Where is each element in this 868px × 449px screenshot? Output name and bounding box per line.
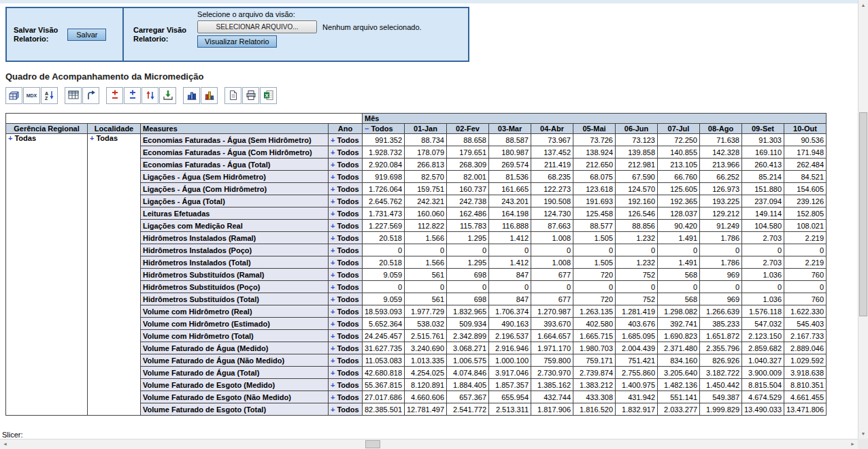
value-cell: 751.421 bbox=[616, 354, 658, 367]
value-cell: 90.420 bbox=[658, 220, 700, 232]
month-member-header-todos[interactable]: −Todos bbox=[363, 124, 405, 134]
expand-icon[interactable]: + bbox=[331, 259, 335, 267]
expand-icon[interactable]: + bbox=[331, 356, 335, 365]
value-cell: 655.954 bbox=[489, 391, 531, 403]
value-cell: 3.918.638 bbox=[784, 367, 827, 379]
expand-icon[interactable]: + bbox=[331, 185, 335, 193]
export-excel-button[interactable]: X bbox=[260, 87, 277, 104]
ano-member-cell[interactable]: +Todos bbox=[329, 171, 363, 183]
view-report-button[interactable]: Visualizar Relatorio bbox=[197, 35, 277, 48]
value-cell: 759.171 bbox=[573, 354, 616, 367]
value-cell: 88.577 bbox=[573, 220, 616, 232]
expand-icon[interactable]: + bbox=[331, 234, 335, 242]
ano-member-cell[interactable]: +Todos bbox=[329, 367, 363, 379]
ano-member-cell[interactable]: +Todos bbox=[329, 379, 363, 391]
expand-icon[interactable]: + bbox=[331, 210, 335, 218]
ano-member-cell[interactable]: +Todos bbox=[329, 354, 363, 367]
value-cell: 0 bbox=[363, 244, 405, 256]
localidade-member-cell[interactable]: +Todas bbox=[88, 134, 141, 416]
value-cell: 242.738 bbox=[447, 195, 489, 207]
ano-member-cell[interactable]: +Todos bbox=[329, 207, 363, 220]
load-view-label-line2: Relatorio: bbox=[133, 35, 186, 44]
expand-icon[interactable]: + bbox=[331, 197, 335, 205]
ano-member-cell[interactable]: +Todos bbox=[329, 305, 363, 318]
show-properties-button[interactable] bbox=[124, 87, 141, 104]
expand-icon[interactable]: + bbox=[331, 271, 335, 279]
ano-member-cell[interactable]: +Todos bbox=[329, 391, 363, 403]
gerencia-member-cell[interactable]: +Todas bbox=[6, 134, 88, 416]
value-cell: 142.328 bbox=[700, 146, 742, 159]
expand-icon[interactable]: + bbox=[331, 295, 335, 303]
ano-member-cell[interactable]: +Todos bbox=[329, 183, 363, 195]
expand-icon[interactable]: + bbox=[331, 136, 335, 144]
expand-icon[interactable]: + bbox=[331, 393, 335, 401]
ano-member-cell[interactable]: +Todos bbox=[329, 220, 363, 232]
ano-member-cell[interactable]: +Todos bbox=[329, 318, 363, 330]
ano-member-cell[interactable]: +Todos bbox=[329, 403, 363, 416]
value-cell: 11.053.083 bbox=[363, 354, 405, 367]
print-button[interactable] bbox=[242, 87, 259, 104]
mdx-editor-button[interactable]: MDX bbox=[23, 87, 40, 104]
olap-navigator-button[interactable] bbox=[5, 87, 22, 104]
value-cell: 42.680.818 bbox=[363, 367, 405, 379]
collapse-icon[interactable]: − bbox=[365, 124, 369, 133]
ano-member-cell[interactable]: +Todos bbox=[329, 244, 363, 256]
ano-member-cell[interactable]: +Todos bbox=[329, 330, 363, 342]
vertical-scrollbar[interactable]: ▲ ▼ bbox=[858, 0, 868, 439]
ano-member-cell[interactable]: +Todos bbox=[329, 146, 363, 159]
hide-spans-button[interactable] bbox=[106, 87, 123, 104]
value-cell: 1.505 bbox=[573, 256, 616, 269]
expand-icon[interactable]: + bbox=[331, 381, 335, 389]
value-cell: 432.744 bbox=[531, 391, 573, 403]
save-view-label: Salvar Visão Relatorio: bbox=[14, 26, 58, 44]
ano-member-cell[interactable]: +Todos bbox=[329, 232, 363, 244]
ano-member-cell[interactable]: +Todos bbox=[329, 293, 363, 305]
expand-icon[interactable]: + bbox=[331, 344, 335, 352]
value-cell: 1.412 bbox=[489, 232, 531, 244]
vertical-scrollbar-thumb[interactable] bbox=[859, 112, 867, 316]
sort-button[interactable]: A Z bbox=[41, 87, 58, 104]
expand-icon[interactable]: + bbox=[331, 320, 335, 328]
expand-icon[interactable]: + bbox=[331, 161, 335, 169]
expand-icon[interactable]: + bbox=[331, 173, 335, 181]
ano-member-cell[interactable]: +Todos bbox=[329, 342, 363, 354]
horizontal-scrollbar[interactable]: ◄ ► bbox=[0, 439, 858, 449]
ano-member-cell[interactable]: +Todos bbox=[329, 269, 363, 281]
expand-icon[interactable]: + bbox=[331, 222, 335, 230]
value-cell: 1.731.473 bbox=[363, 207, 405, 220]
ano-member-cell[interactable]: +Todos bbox=[329, 256, 363, 269]
print-config-button[interactable] bbox=[224, 87, 241, 104]
select-file-button[interactable]: SELECIONAR ARQUIVO... bbox=[197, 20, 317, 33]
ano-member-cell[interactable]: +Todos bbox=[329, 134, 363, 146]
expand-icon[interactable]: + bbox=[331, 405, 335, 414]
svg-text:X: X bbox=[265, 93, 269, 99]
value-cell: 0 bbox=[531, 244, 573, 256]
expand-icon[interactable]: + bbox=[331, 283, 335, 291]
show-parents-button[interactable] bbox=[65, 87, 82, 104]
ano-member-cell[interactable]: +Todos bbox=[329, 281, 363, 293]
scroll-left-arrow-icon[interactable]: ◄ bbox=[0, 439, 10, 449]
expand-icon[interactable]: + bbox=[331, 307, 335, 316]
expand-icon[interactable]: + bbox=[331, 369, 335, 377]
show-chart-button[interactable] bbox=[183, 87, 200, 104]
scroll-right-arrow-icon[interactable]: ► bbox=[848, 439, 858, 449]
save-button[interactable]: Salvar bbox=[67, 29, 106, 41]
expand-icon[interactable]: + bbox=[8, 134, 12, 142]
pivot-toolbar: MDX A Z bbox=[5, 86, 278, 104]
ano-member-cell[interactable]: +Todos bbox=[329, 195, 363, 207]
ano-member-cell[interactable]: +Todos bbox=[329, 159, 363, 171]
value-cell: 1.786 bbox=[700, 232, 742, 244]
swap-axes-button[interactable] bbox=[82, 87, 99, 104]
value-cell: 115.783 bbox=[447, 220, 489, 232]
expand-icon[interactable]: + bbox=[331, 332, 335, 340]
scroll-up-arrow-icon[interactable]: ▲ bbox=[858, 0, 868, 10]
expand-icon[interactable]: + bbox=[331, 148, 335, 156]
horizontal-scrollbar-thumb[interactable] bbox=[365, 440, 380, 448]
expand-icon[interactable]: + bbox=[90, 134, 94, 142]
suppress-empty-rows-button[interactable] bbox=[141, 87, 158, 104]
expand-icon[interactable]: + bbox=[331, 246, 335, 254]
slicer-label: Slicer: bbox=[2, 431, 23, 439]
chart-config-button[interactable] bbox=[201, 87, 218, 104]
scroll-down-arrow-icon[interactable]: ▼ bbox=[858, 429, 868, 439]
drill-member-button[interactable] bbox=[159, 87, 176, 104]
